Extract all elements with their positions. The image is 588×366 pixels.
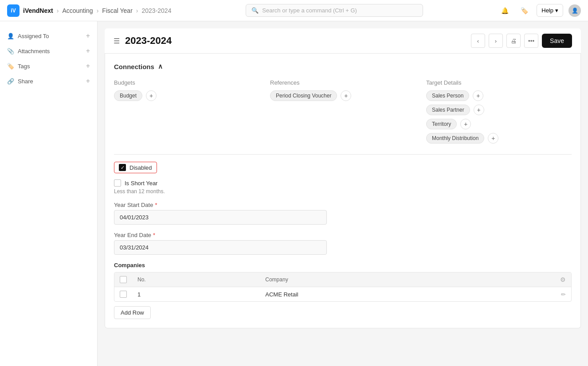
connections-header[interactable]: Connections ∧ xyxy=(114,62,572,70)
notifications-icon[interactable]: 🔔 xyxy=(498,4,512,18)
sales-person-add-button[interactable]: + xyxy=(473,90,483,101)
sales-partner-tag[interactable]: Sales Partner xyxy=(426,105,470,115)
is-short-year-checkbox[interactable] xyxy=(114,179,121,187)
navbar-search[interactable]: 🔍 Search or type a command (Ctrl + G) xyxy=(246,4,423,17)
sidebar: 👤 Assigned To + 📎 Attachments + 🏷️ Tags … xyxy=(0,21,98,366)
table-select-all-checkbox[interactable] xyxy=(120,276,127,283)
chevron-down-icon: ▾ xyxy=(555,7,558,14)
search-box[interactable]: 🔍 Search or type a command (Ctrl + G) xyxy=(246,4,423,17)
sidebar-item-tags[interactable]: 🏷️ Tags + xyxy=(0,58,97,74)
disabled-label: Disabled xyxy=(129,164,152,171)
help-label: Help xyxy=(541,7,553,14)
assigned-to-add-icon[interactable]: + xyxy=(86,32,90,40)
territory-add-button[interactable]: + xyxy=(460,119,471,129)
sep3: › xyxy=(136,7,138,14)
divider xyxy=(114,154,572,155)
disabled-row: Disabled xyxy=(114,162,572,173)
is-short-year-row: Is Short Year xyxy=(114,179,572,187)
year-end-date-label: Year End Date * xyxy=(114,232,572,238)
more-options-button[interactable]: ••• xyxy=(524,34,538,48)
navbar-left: iV iVendNext › Accounting › Fiscal Year … xyxy=(7,4,171,17)
disabled-checkbox-container[interactable]: Disabled xyxy=(114,162,157,173)
monthly-distribution-add-button[interactable]: + xyxy=(488,133,498,144)
sidebar-item-assigned-to[interactable]: 👤 Assigned To + xyxy=(0,28,97,43)
row-checkbox-1[interactable] xyxy=(120,291,127,298)
year-end-date-input[interactable] xyxy=(114,240,327,255)
budget-tag[interactable]: Budget xyxy=(114,90,142,101)
sales-person-tag[interactable]: Sales Person xyxy=(426,90,469,101)
row-edit-icon-1[interactable]: ✏ xyxy=(561,291,566,298)
year-start-date-label: Year Start Date * xyxy=(114,202,572,208)
sidebar-item-attachments[interactable]: 📎 Attachments + xyxy=(0,43,97,58)
companies-table: No. Company ⚙ xyxy=(114,273,571,301)
tags-add-icon[interactable]: + xyxy=(86,62,90,70)
search-placeholder: Search or type a command (Ctrl + G) xyxy=(262,7,357,14)
tags-icon[interactable]: 🏷️ xyxy=(517,4,531,18)
share-add-icon[interactable]: + xyxy=(86,77,90,85)
col-header-company: Company xyxy=(260,273,555,287)
header-actions: ‹ › 🖨 ••• Save xyxy=(471,34,572,48)
connections-references: References Period Closing Voucher + xyxy=(270,79,416,144)
budgets-add-button[interactable]: + xyxy=(146,90,157,101)
content-area: ☰ 2023-2024 ‹ › 🖨 ••• Save Connections ∧ xyxy=(98,21,588,366)
sidebar-label-tags: Tags xyxy=(18,63,30,70)
period-closing-voucher-tag[interactable]: Period Closing Voucher xyxy=(270,90,337,101)
sidebar-label-assigned-to: Assigned To xyxy=(18,33,49,39)
assigned-to-icon: 👤 xyxy=(7,33,14,39)
year-start-date-group: Year Start Date * xyxy=(114,202,572,225)
search-icon: 🔍 xyxy=(251,7,259,14)
territory-tag[interactable]: Territory xyxy=(426,119,457,129)
disabled-checkbox[interactable] xyxy=(119,164,126,171)
next-button[interactable]: › xyxy=(489,34,503,48)
add-row-button[interactable]: Add Row xyxy=(114,306,151,319)
target-details-tags: Sales Person + Sales Partner + Territory… xyxy=(426,90,572,144)
connections-collapse-icon: ∧ xyxy=(158,62,163,70)
navbar-right: 🔔 🏷️ Help ▾ 👤 xyxy=(498,4,581,18)
sep2: › xyxy=(97,7,99,14)
connections-grid: Budgets Budget + References Period Closi… xyxy=(114,79,572,144)
breadcrumb-fiscal-year[interactable]: Fiscal Year xyxy=(102,7,132,14)
avatar[interactable]: 👤 xyxy=(568,4,581,17)
monthly-distribution-tag[interactable]: Monthly Distribution xyxy=(426,133,484,144)
year-end-date-group: Year End Date * xyxy=(114,232,572,255)
table-settings-icon[interactable]: ⚙ xyxy=(560,276,566,283)
sidebar-label-share: Share xyxy=(18,78,33,85)
table-header-row: No. Company ⚙ xyxy=(114,273,571,287)
breadcrumb-accounting[interactable]: Accounting xyxy=(62,7,93,14)
row-no-1: 1 xyxy=(132,287,260,302)
connections-title: Connections xyxy=(114,63,154,70)
prev-button[interactable]: ‹ xyxy=(471,34,485,48)
target-details-title: Target Details xyxy=(426,79,572,86)
help-button[interactable]: Help ▾ xyxy=(537,4,563,17)
print-button[interactable]: 🖨 xyxy=(506,34,521,48)
share-icon: 🔗 xyxy=(7,78,14,85)
app-logo[interactable]: iV xyxy=(7,4,20,17)
sidebar-item-share[interactable]: 🔗 Share + xyxy=(0,74,97,89)
navbar: iV iVendNext › Accounting › Fiscal Year … xyxy=(0,0,588,21)
budgets-tags: Budget + xyxy=(114,90,259,101)
row-company-1: ACME Retail xyxy=(260,287,555,302)
sidebar-label-attachments: Attachments xyxy=(18,48,50,55)
main-card: Connections ∧ Budgets Budget + Reference… xyxy=(105,54,581,328)
references-title: References xyxy=(270,79,416,86)
hamburger-icon[interactable]: ☰ xyxy=(114,37,120,45)
col-header-no: No. xyxy=(132,273,260,287)
save-button[interactable]: Save xyxy=(542,34,572,48)
year-start-date-input[interactable] xyxy=(114,210,327,225)
app-name[interactable]: iVendNext xyxy=(23,7,53,14)
logo-text: iV xyxy=(11,8,16,14)
main-layout: 👤 Assigned To + 📎 Attachments + 🏷️ Tags … xyxy=(0,21,588,366)
tags-sidebar-icon: 🏷️ xyxy=(7,63,14,70)
connections-budgets: Budgets Budget + xyxy=(114,79,259,144)
budgets-title: Budgets xyxy=(114,79,259,86)
references-add-button[interactable]: + xyxy=(341,90,351,101)
companies-title: Companies xyxy=(114,262,572,269)
sep1: › xyxy=(57,7,59,14)
year-end-required-star: * xyxy=(153,232,155,238)
attachments-icon: 📎 xyxy=(7,48,14,55)
table-row: 1 ACME Retail ✏ xyxy=(114,287,571,302)
year-start-required-star: * xyxy=(155,202,157,208)
attachments-add-icon[interactable]: + xyxy=(86,47,90,55)
sales-partner-add-button[interactable]: + xyxy=(474,105,484,115)
breadcrumb-current: 2023-2024 xyxy=(141,7,171,14)
